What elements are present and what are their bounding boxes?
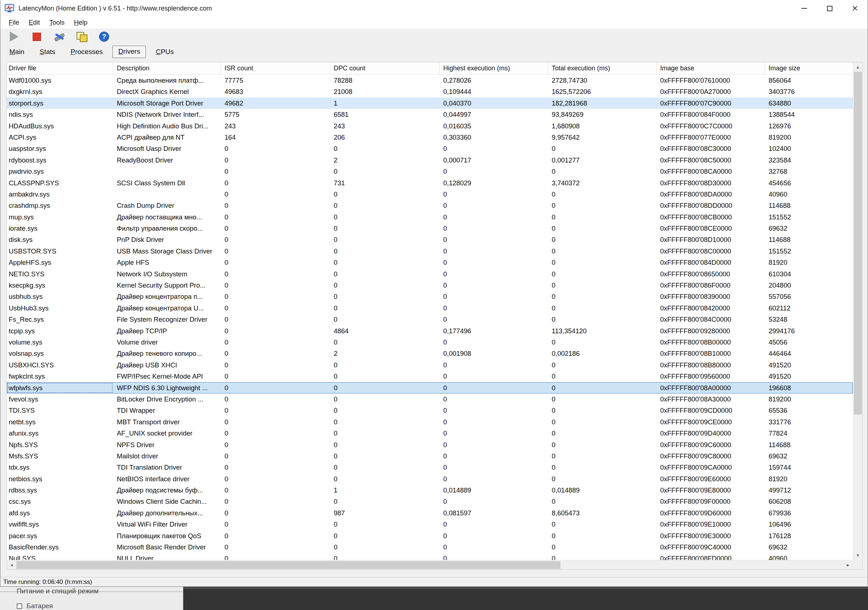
horizontal-scrollbar-thumb[interactable]	[16, 561, 560, 569]
column-header-image-base[interactable]: Image base	[657, 62, 765, 74]
column-header-isr-count[interactable]: ISR count	[221, 62, 330, 74]
cell-highest-execution-ms: 0	[440, 553, 548, 560]
table-row[interactable]: rdyboost.sysReadyBoost Driver020,0007170…	[7, 155, 853, 166]
table-row[interactable]: USBXHCI.SYSДрайвер USB XHCI00000xFFFFF80…	[7, 359, 853, 371]
column-header-description[interactable]: Description	[113, 62, 221, 74]
table-row[interactable]: HDAudBus.sysHigh Definition Audio Bus Dr…	[7, 121, 853, 132]
table-row[interactable]: NETIO.SYSNetwork I/O Subsystem00000xFFFF…	[7, 268, 853, 280]
vertical-scrollbar[interactable]: ▲ ▼	[853, 62, 862, 560]
table-row[interactable]: Wdf01000.sysСреда выполнения платф...777…	[7, 75, 853, 86]
start-monitor-button[interactable]	[5, 30, 23, 43]
column-header-total-execution-ms[interactable]: Total execution (ms)	[548, 62, 657, 74]
help-button[interactable]: ?	[95, 30, 113, 43]
cell-description: ReadyBoost Driver	[113, 155, 221, 166]
cell-driver-file: volume.sys	[7, 336, 113, 348]
cell-isr-count: 0	[221, 462, 330, 473]
table-row[interactable]: vwififlt.sysVirtual WiFi Filter Driver00…	[7, 519, 853, 530]
close-button[interactable]: ×	[842, 0, 868, 17]
table-row[interactable]: ACPI.sysACPI драйвер для NT1642060,30336…	[7, 132, 853, 143]
scroll-left-icon[interactable]: ◄	[7, 560, 16, 570]
cell-dpc-count: 0	[330, 200, 440, 211]
cell-driver-file: NETIO.SYS	[7, 268, 113, 280]
tab-drivers[interactable]: Drivers	[112, 46, 146, 58]
table-row[interactable]: CLASSPNP.SYSSCSI Class System Dll07310,1…	[7, 177, 853, 189]
horizontal-scrollbar[interactable]: ◄ ►	[7, 560, 853, 570]
table-row[interactable]: netbt.sysMBT Transport driver00000xFFFFF…	[7, 416, 853, 427]
table-row[interactable]: crashdmp.sysCrash Dump Driver00000xFFFFF…	[7, 200, 853, 211]
table-row[interactable]: pacer.sysПланировщик пакетов QoS00000xFF…	[7, 530, 853, 542]
table-row[interactable]: csc.sysWindows Client Side Cachin...0000…	[7, 496, 853, 507]
scroll-down-icon[interactable]: ▼	[853, 551, 863, 560]
table-row[interactable]: fwpkclnt.sysFWP/IPsec Kernel-Mode API000…	[7, 371, 853, 382]
scroll-right-icon[interactable]: ►	[843, 560, 853, 570]
table-row[interactable]: AppleHFS.sysApple HFS00000xFFFFF800'084D…	[7, 257, 853, 268]
tab-stats[interactable]: Stats	[34, 46, 60, 58]
table-row[interactable]: afunix.sysAF_UNIX socket provider00000xF…	[7, 427, 853, 439]
cell-description: Драйвер дополнительных...	[113, 507, 221, 519]
cell-image-base: 0xFFFFF800'09D60000	[657, 507, 765, 519]
table-row[interactable]: netbios.sysNetBIOS interface driver00000…	[7, 473, 853, 485]
maximize-button[interactable]	[817, 0, 842, 17]
cell-highest-execution-ms: 0	[440, 371, 548, 382]
scroll-up-icon[interactable]: ▲	[853, 62, 863, 72]
table-row[interactable]: ambakdrv.sys00000xFFFFF800'08DA000040960	[7, 189, 853, 200]
table-row[interactable]: volume.sysVolume driver00000xFFFFF800'08…	[7, 336, 853, 348]
table-row[interactable]: TDI.SYSTDI Wrapper00000xFFFFF800'09CD000…	[7, 405, 853, 416]
vertical-scrollbar-thumb[interactable]	[854, 72, 862, 415]
cell-image-size: 77824	[765, 427, 853, 439]
table-row[interactable]: Msfs.SYSMailslot driver00000xFFFFF800'09…	[7, 451, 853, 462]
menu-item-tools[interactable]: Tools	[45, 19, 69, 26]
table-row[interactable]: uaspstor.sysMicrosoft Uasp Driver00000xF…	[7, 143, 853, 154]
title-bar[interactable]: LatencyMon (Home Edition ) v 6.51 - http…	[0, 0, 868, 17]
menu-item-help[interactable]: Help	[69, 19, 92, 26]
table-row[interactable]: mup.sysДрайвер поставщика мно...00000xFF…	[7, 211, 853, 223]
cell-image-base: 0xFFFFF800'086F0000	[657, 280, 765, 291]
table-row[interactable]: usbhub.sysДрайвер концентратора п...0000…	[7, 291, 853, 302]
cell-isr-count: 49683	[221, 86, 330, 97]
column-header-dpc-count[interactable]: DPC count	[330, 62, 440, 74]
table-row[interactable]: Npfs.SYSNPFS Driver00000xFFFFF800'09C600…	[7, 439, 853, 451]
table-row[interactable]: volsnap.sysДрайвер теневого копиро...020…	[7, 348, 853, 359]
table-row[interactable]: fvevol.sysBitLocker Drive Encryption ...…	[7, 393, 853, 405]
table-row[interactable]: UsbHub3.sysДрайвер концентратора U...000…	[7, 302, 853, 314]
cell-image-size: 69632	[765, 451, 853, 462]
table-row[interactable]: pwdrvio.sys00000xFFFFF800'08CA000032768	[7, 166, 853, 177]
table-row[interactable]: tdx.sysTDI Translation Driver00000xFFFFF…	[7, 462, 853, 473]
table-row[interactable]: rdbss.sysДрайвер подсистемы буф...010,01…	[7, 485, 853, 496]
table-row[interactable]: storport.sysMicrosoft Storage Port Drive…	[7, 98, 853, 109]
cell-description: PnP Disk Driver	[113, 234, 221, 245]
table-row[interactable]: USBSTOR.SYSUSB Mass Storage Class Driver…	[7, 246, 853, 257]
table-row[interactable]: afd.sysДрайвер дополнительных...09870,08…	[7, 507, 853, 519]
column-header-driver-file[interactable]: Driver file	[7, 62, 113, 74]
cell-isr-count: 0	[221, 553, 330, 560]
menu-item-edit[interactable]: Edit	[24, 19, 45, 26]
cell-image-base: 0xFFFFF800'09CE0000	[657, 416, 765, 427]
table-row[interactable]: tcpip.sysДрайвер TCP/IP048640,177496113,…	[7, 325, 853, 336]
minimize-button[interactable]	[792, 0, 817, 17]
table-row[interactable]: Fs_Rec.sysFile System Recognizer Driver0…	[7, 314, 853, 325]
tab-main[interactable]: Main	[4, 46, 30, 58]
cell-total-execution-ms: 0	[548, 496, 657, 507]
table-row[interactable]: ksecpkg.sysKernel Security Support Pro..…	[7, 280, 853, 291]
tab-processes[interactable]: Processes	[65, 46, 108, 58]
cell-image-size: 151552	[765, 211, 853, 223]
options-tools-button[interactable]	[50, 30, 68, 43]
table-row[interactable]: wfplwfs.sysWFP NDIS 6.30 Lightweight ...…	[7, 382, 853, 393]
cell-image-size: 323584	[765, 155, 853, 166]
menu-item-file[interactable]: File	[4, 19, 24, 26]
tab-cpus[interactable]: CPUs	[150, 46, 179, 58]
table-row[interactable]: Null.SYSNULL Driver00000xFFFFF800'08FD00…	[7, 553, 853, 560]
table-row[interactable]: ndis.sysNDIS (Network Driver Interf...57…	[7, 109, 853, 120]
column-header-image-size[interactable]: Image size	[765, 62, 853, 74]
table-row[interactable]: iorate.sysФильтр управления скоро...0000…	[7, 223, 853, 234]
report-button[interactable]	[73, 30, 90, 43]
cell-isr-count: 0	[221, 382, 330, 393]
column-header-highest-execution-ms[interactable]: Highest execution (ms)	[440, 62, 548, 74]
table-row[interactable]: dxgkrnl.sysDirectX Graphics Kernel496832…	[7, 86, 853, 97]
stop-monitor-button[interactable]	[28, 30, 45, 43]
table-row[interactable]: BasicRender.sysMicrosoft Basic Render Dr…	[7, 542, 853, 553]
status-bar: Time running: 0:06:40 (h:mm:ss)	[0, 577, 868, 587]
table-row[interactable]: disk.sysPnP Disk Driver00000xFFFFF800'08…	[7, 234, 853, 245]
cell-dpc-count: 0	[330, 553, 440, 560]
cell-isr-count: 0	[221, 291, 330, 302]
